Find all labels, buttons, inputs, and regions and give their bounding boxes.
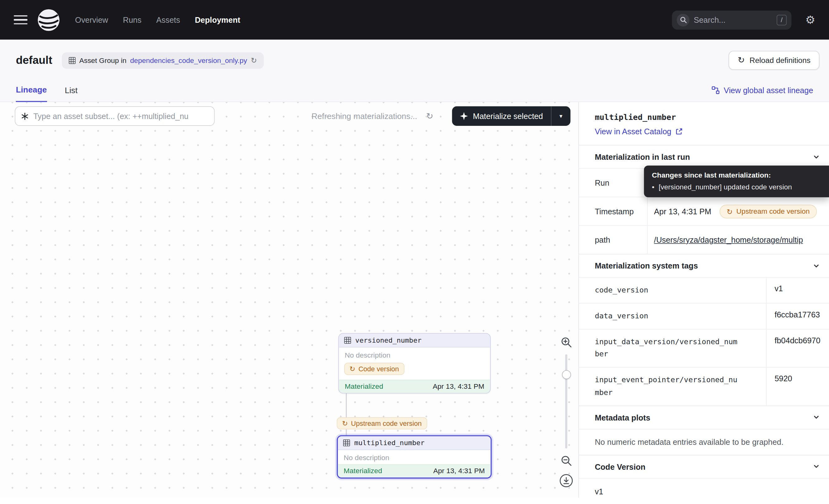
section-system-tags[interactable]: Materialization system tags [579,254,829,277]
code-version-badge-label: Code version [358,365,399,372]
tag-value: v1 [767,278,829,303]
reload-group-icon[interactable]: ↻ [251,57,257,64]
asset-node-versioned-number[interactable]: versioned_number No description ↻ Code v… [338,333,491,394]
settings-gear-icon[interactable]: ⚙ [805,14,815,26]
zoom-slider[interactable] [557,354,576,448]
tooltip-title: Changes since last materialization: [652,171,821,179]
asset-node-header: multiplied_number [338,436,491,450]
app-window: Overview Runs Assets Deployment / ⚙ defa… [0,0,829,504]
asset-group-icon [69,57,75,64]
caret-down-icon: ▾ [560,113,563,120]
global-lineage-icon [712,86,719,94]
path-link[interactable]: /Users/sryza/dagster_home/storage/multip [654,235,803,244]
menu-icon[interactable] [14,15,27,25]
section-materialization-last-run[interactable]: Materialization in last run [579,145,829,168]
materialized-timestamp: Apr 13, 4:31 PM [433,467,485,475]
refreshing-status: Refreshing materializations... ↻ [312,111,433,121]
zoom-controls [557,336,576,488]
refresh-materializations-icon[interactable]: ↻ [426,111,433,121]
run-label: Run [579,169,648,197]
materialized-status: Materialized [344,467,383,475]
code-version-badge: ↻ Code version [344,363,404,375]
timestamp-row: Timestamp Apr 13, 4:31 PM ↻ Upstream cod… [579,197,829,225]
asset-node-name: multiplied_number [354,439,425,447]
section-heading: Metadata plots [595,413,650,422]
tag-key: input_event_pointer/versioned_number [579,367,767,405]
global-search[interactable]: / [672,10,792,29]
op-selector-icon [21,112,29,120]
search-input[interactable] [694,15,772,24]
bullet-icon: • [652,183,654,191]
tag-key: code_version [579,278,767,303]
asset-node-status-bar: Materialized Apr 13, 4:31 PM [338,464,491,477]
asset-node-name: versioned_number [355,336,422,344]
asset-subset-input[interactable] [33,111,208,120]
nav-item-deployment[interactable]: Deployment [195,15,241,24]
asset-table-icon [343,439,350,446]
tag-value: 5920 [767,367,829,405]
search-shortcut-key: / [777,15,787,25]
materialize-selected-button[interactable]: Materialize selected ▾ [452,106,571,126]
nav-item-assets[interactable]: Assets [156,15,180,24]
view-global-lineage-link[interactable]: View global asset lineage [712,86,813,102]
nav-item-overview[interactable]: Overview [75,15,108,24]
asset-group-badge: Asset Group in dependencies_code_version… [62,52,264,69]
tab-lineage[interactable]: Lineage [16,85,47,102]
asset-table-icon [344,337,351,344]
asset-lineage-graph[interactable]: Refreshing materializations... ↻ Materia… [0,102,579,498]
upstream-code-version-label: Upstream code version [736,207,810,215]
path-row: path /Users/sryza/dagster_home/storage/m… [579,225,829,254]
tag-row-input-event-pointer: input_event_pointer/versioned_number 592… [579,367,829,405]
path-label: path [579,226,648,254]
materialized-timestamp: Apr 13, 4:31 PM [433,382,484,390]
zoom-in-icon[interactable] [561,336,572,348]
timestamp-value: Apr 13, 4:31 PM [654,207,711,216]
chevron-down-icon [813,262,820,269]
asset-node-header: versioned_number [339,334,490,347]
tab-list[interactable]: List [65,86,77,102]
view-in-asset-catalog-link[interactable]: View in Asset Catalog [579,122,829,145]
external-link-icon [676,128,682,135]
changes-tooltip: Changes since last materialization: • [v… [644,166,829,197]
view-global-lineage-label: View global asset lineage [724,86,813,95]
section-code-version[interactable]: Code Version [579,455,829,478]
section-heading: Materialization in last run [595,152,690,161]
materialized-status: Materialized [345,382,383,390]
zoom-slider-handle[interactable] [562,370,571,379]
zoom-out-icon[interactable] [561,455,572,466]
code-version-icon: ↻ [350,365,355,372]
asset-node-status-bar: Materialized Apr 13, 4:31 PM [339,380,490,393]
timestamp-label: Timestamp [579,197,648,225]
code-version-icon: ↻ [726,207,732,216]
tag-value: f6ccba17763 [767,303,829,329]
asset-node-description: No description [338,450,491,464]
code-version-value: v1 [579,478,829,498]
asset-subset-filter[interactable] [15,106,215,126]
asset-node-multiplied-number[interactable]: multiplied_number No description Materia… [337,435,492,478]
chevron-down-icon [813,153,820,160]
selected-asset-title: multiplied_number [579,102,829,122]
section-heading: Code Version [595,462,646,471]
materialize-dropdown-caret[interactable]: ▾ [551,106,571,126]
tag-value: fb04dcb6970 [767,329,829,367]
materialize-selected-label: Materialize selected [473,111,543,120]
tabs-row: Lineage List View global asset lineage [0,71,829,102]
reload-definitions-button[interactable]: ↻ Reload definitions [729,51,819,70]
chevron-down-icon [813,414,820,421]
nav-item-runs[interactable]: Runs [123,15,141,24]
download-graph-icon[interactable] [559,474,573,488]
refreshing-label: Refreshing materializations... [312,111,417,121]
section-heading: Materialization system tags [595,261,698,271]
zoom-slider-track [565,354,567,448]
asset-node-description: No description [339,347,490,362]
tag-row-input-data-version: input_data_version/versioned_number fb04… [579,329,829,367]
chevron-down-icon [813,463,820,470]
asset-group-file-link[interactable]: dependencies_code_version_only.py [130,57,247,64]
edge-badge-label: Upstream code version [351,419,422,427]
asset-group-prefix: Asset Group in [79,57,127,64]
code-version-icon: ↻ [342,420,348,427]
lineage-edge [346,393,347,437]
section-metadata-plots[interactable]: Metadata plots [579,405,829,429]
tag-row-data-version: data_version f6ccba17763 [579,303,829,329]
dagster-logo-icon[interactable] [37,8,61,32]
